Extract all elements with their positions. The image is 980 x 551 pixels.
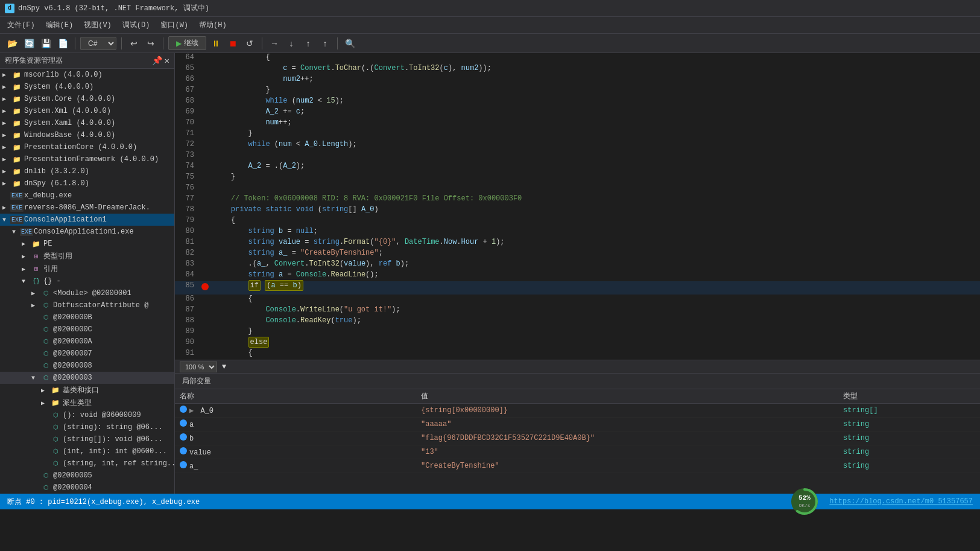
tree-item[interactable]: ▶📁PE: [0, 238, 174, 250]
restart-button[interactable]: ↺: [242, 36, 257, 51]
continue-button[interactable]: ▶ 继续: [168, 36, 206, 50]
toolbar-open-btn[interactable]: 📂: [5, 36, 19, 51]
line-number: 84: [175, 270, 199, 281]
toolbar-save-btn[interactable]: 💾: [39, 36, 53, 51]
tree-item-label: @02000008: [53, 361, 92, 370]
menu-view[interactable]: 视图(V): [79, 19, 116, 31]
menu-help[interactable]: 帮助(H): [194, 19, 232, 31]
line-number: 90: [175, 338, 199, 349]
tree-item[interactable]: ▼{}{} -: [0, 275, 174, 287]
code-table: 64 {65 c = Convert.ToChar(.(Convert.ToIn…: [175, 53, 980, 360]
tree-item[interactable]: ⬡@02000008: [0, 360, 174, 372]
tree-item[interactable]: ▶📁mscorlib (4.0.0.0): [0, 69, 174, 81]
toolbar-saveas-btn[interactable]: 📄: [55, 36, 70, 51]
var-type-dot: [180, 447, 187, 454]
menu-edit[interactable]: 编辑(E): [41, 19, 78, 31]
line-code: [211, 151, 980, 162]
tree-item[interactable]: ⬡@0200000C: [0, 323, 174, 336]
tree-arrow-icon: ▶: [2, 71, 12, 78]
tree-node-icon: ⬡: [51, 435, 60, 444]
tree-item[interactable]: EXEx_debug.exe: [0, 190, 174, 202]
step-back-btn[interactable]: ↑: [318, 36, 332, 51]
menu-debug[interactable]: 调试(D): [118, 19, 155, 31]
tree-item[interactable]: ⬡@02000005: [0, 470, 174, 482]
step-out-btn[interactable]: ↑: [301, 36, 315, 51]
stop-button[interactable]: ⏹: [226, 36, 240, 51]
tree-item[interactable]: ▶📁基类和接口: [0, 384, 174, 397]
tree-arrow-icon: ▶: [2, 144, 12, 151]
tree-item[interactable]: ⬡(int, int): int @0600...: [0, 445, 174, 457]
tree-item[interactable]: ⬡(string, int, ref string...: [0, 457, 174, 470]
zoom-selector[interactable]: 100 %: [180, 361, 217, 372]
tree-item[interactable]: ▶⊞引用: [0, 263, 174, 275]
tree-item[interactable]: ▼⬡@02000003: [0, 372, 174, 384]
step-over-btn[interactable]: ↓: [284, 36, 299, 51]
tree-item[interactable]: ⬡@02000007: [0, 348, 174, 360]
tree-item[interactable]: ▼EXEConsoleApplication1.exe: [0, 226, 174, 238]
code-row: 85 if (a == b): [175, 281, 980, 295]
tree-node-icon: ⬡: [41, 288, 51, 298]
toolbar-undo-btn[interactable]: ↩: [127, 36, 141, 51]
tree-item[interactable]: ▶📁派生类型: [0, 397, 174, 409]
title-text: dnSpy v6.1.8 (32-bit, .NET Framework, 调试…: [18, 3, 209, 13]
blog-link[interactable]: https://blog.csdn.net/m0_51357657: [829, 497, 973, 506]
code-row: 78 private static void (string[] A_0): [175, 205, 980, 216]
expand-arrow-icon[interactable]: ▶: [189, 407, 198, 415]
tree-item[interactable]: ▶📁dnlib (3.3.2.0): [0, 165, 174, 177]
tree-item[interactable]: ▶📁System.Xaml (4.0.0.0): [0, 117, 174, 129]
menu-window[interactable]: 窗口(W): [156, 19, 193, 31]
tree-item[interactable]: ⬡(): void @06000009: [0, 409, 174, 421]
tree-item-label: mscorlib (4.0.0.0): [24, 71, 103, 79]
tree-item[interactable]: ⬡(string): string @06...: [0, 421, 174, 433]
search-button[interactable]: 🔍: [343, 36, 357, 51]
tree-item[interactable]: ▶EXEreverse-8086_ASM-DreamerJack.: [0, 202, 174, 214]
tree-item[interactable]: ▼EXEConsoleApplication1: [0, 214, 174, 226]
code-row: 83 .(a_, Convert.ToInt32(value), ref b);: [175, 260, 980, 270]
line-number: 79: [175, 216, 199, 227]
close-icon[interactable]: ✕: [165, 56, 169, 66]
tree-item[interactable]: ⬡@0200000B: [0, 311, 174, 323]
tree-item-label: 基类和接口: [63, 385, 99, 395]
tree-item[interactable]: ⬡@0200000A: [0, 336, 174, 348]
tree-item[interactable]: ▶📁System (4.0.0.0): [0, 81, 174, 93]
tree-node-icon: ⬡: [41, 325, 51, 334]
pause-button[interactable]: ⏸: [209, 36, 223, 51]
tree-item[interactable]: ▶📁System.Xml (4.0.0.0): [0, 105, 174, 117]
code-row: 67 }: [175, 86, 980, 97]
tree-node-icon: ⬡: [41, 337, 51, 346]
line-number: 86: [175, 295, 199, 305]
code-scroll-area[interactable]: 64 {65 c = Convert.ToChar(.(Convert.ToIn…: [175, 53, 980, 360]
tree-item-label: PE: [43, 240, 52, 248]
tree-arrow-icon: ▶: [2, 180, 12, 187]
tree-node-icon: ⬡: [51, 447, 60, 456]
tree-node-icon: 📁: [12, 94, 22, 104]
tree-item[interactable]: ▶📁dnSpy (6.1.8.0): [0, 177, 174, 190]
step-into-btn[interactable]: →: [267, 36, 282, 51]
tree-item[interactable]: ▶📁PresentationCore (4.0.0.0): [0, 141, 174, 153]
tree-item-label: @0200000C: [53, 325, 92, 334]
tree-item[interactable]: ⬡(string[]): void @06...: [0, 433, 174, 445]
toolbar-redo-btn[interactable]: ↪: [144, 36, 158, 51]
tree-arrow-icon: ▼: [31, 375, 41, 381]
toolbar-refresh-btn[interactable]: 🔄: [22, 36, 36, 51]
locals-scroll[interactable]: 名称 值 类型 ▶ A_0{string[0x00000000]}string[…: [175, 389, 980, 494]
tree-item[interactable]: ▶⬡DotfuscatorAttribute @: [0, 299, 174, 311]
menu-file[interactable]: 文件(F): [2, 19, 40, 31]
tree-item[interactable]: ▶⊞类型引用: [0, 250, 174, 263]
var-type-dot: [180, 433, 187, 441]
assembly-tree[interactable]: ▶📁mscorlib (4.0.0.0)▶📁System (4.0.0.0)▶📁…: [0, 69, 174, 494]
left-panel-title: 程序集资源管理器: [5, 56, 63, 66]
tree-item-label: System (4.0.0.0): [24, 83, 93, 91]
left-panel-actions: 📌 ✕: [152, 56, 169, 66]
tree-item[interactable]: ⬡@02000004: [0, 482, 174, 494]
language-selector[interactable]: C#: [80, 37, 116, 50]
tree-item[interactable]: ▶⬡<Module> @02000001: [0, 287, 174, 299]
tree-item[interactable]: ▶📁PresentationFramework (4.0.0.0): [0, 153, 174, 165]
tree-item[interactable]: ▶📁System.Core (4.0.0.0): [0, 93, 174, 105]
pin-icon[interactable]: 📌: [152, 56, 162, 66]
tree-item-label: PresentationCore (4.0.0.0): [24, 143, 137, 151]
app-icon: d: [5, 4, 14, 13]
tree-item[interactable]: ▶📁WindowsBase (4.0.0.0): [0, 129, 174, 141]
line-indicator: [199, 151, 211, 162]
line-code: string a_ = "CreateByTenshine";: [211, 249, 980, 260]
